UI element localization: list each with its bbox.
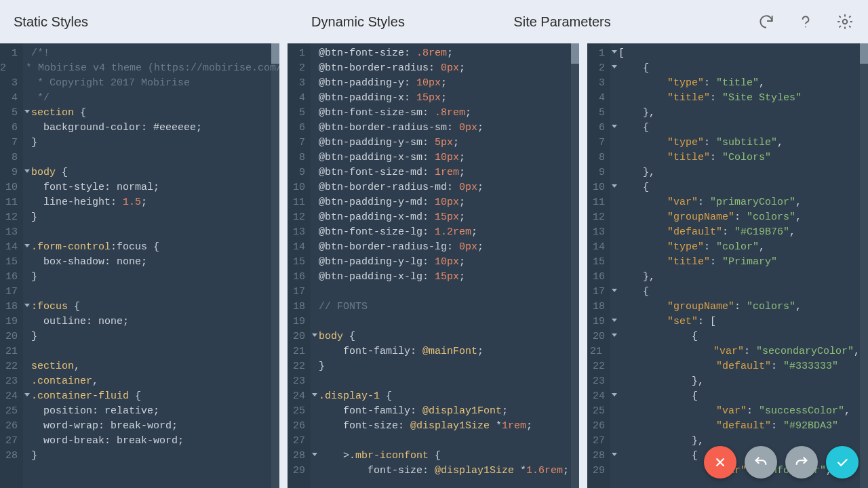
code-line[interactable]: 11 line-height: 1.5; bbox=[0, 195, 271, 210]
code-line[interactable]: 1[ bbox=[587, 46, 860, 61]
code-line[interactable]: 25 position: relative; bbox=[0, 404, 271, 419]
cancel-button[interactable] bbox=[704, 446, 736, 479]
code-line[interactable]: 13 bbox=[0, 225, 271, 240]
top-icons bbox=[743, 12, 854, 31]
code-line[interactable]: 22section, bbox=[0, 359, 271, 374]
code-line[interactable]: 28 >.mbr-iconfont { bbox=[288, 449, 571, 464]
code-line[interactable]: 23.container, bbox=[0, 374, 271, 389]
code-line[interactable]: 11 "var": "primaryColor", bbox=[587, 195, 860, 210]
scrollbar[interactable] bbox=[860, 43, 868, 488]
code-line[interactable]: 21 "var": "secondaryColor", bbox=[587, 344, 860, 359]
code-line[interactable]: 17 bbox=[288, 285, 571, 300]
code-line[interactable]: 16} bbox=[0, 270, 271, 285]
code-line[interactable]: 9body { bbox=[0, 165, 271, 180]
pane-dynamic-styles[interactable]: 1@btn-font-size: .8rem;2@btn-border-radi… bbox=[288, 43, 579, 488]
code-line[interactable]: 4@btn-padding-x: 15px; bbox=[288, 91, 571, 106]
code-line[interactable]: 17 { bbox=[587, 285, 860, 300]
code-line[interactable]: 10@btn-border-radius-md: 0px; bbox=[288, 180, 571, 195]
code-line[interactable]: 14@btn-border-radius-lg: 0px; bbox=[288, 240, 571, 255]
code-line[interactable]: 16 }, bbox=[587, 270, 860, 285]
reload-icon[interactable] bbox=[757, 12, 776, 31]
help-icon[interactable] bbox=[796, 12, 815, 31]
code-line[interactable]: 20} bbox=[0, 329, 271, 344]
code-line[interactable]: 9 }, bbox=[587, 165, 860, 180]
code-line[interactable]: 5section { bbox=[0, 106, 271, 121]
code-line[interactable]: 18 "groupName": "colors", bbox=[587, 300, 860, 314]
code-line[interactable]: 29 font-size: @display1Size *1.6rem; bbox=[288, 464, 571, 479]
code-line[interactable]: 3@btn-padding-y: 10px; bbox=[288, 76, 571, 91]
code-line[interactable]: 5 }, bbox=[587, 106, 860, 121]
tab-dynamic-styles[interactable]: Dynamic Styles bbox=[243, 14, 473, 30]
code-line[interactable]: 12 "groupName": "colors", bbox=[587, 210, 860, 225]
code-line[interactable]: 27 word-break: break-word; bbox=[0, 434, 271, 449]
code-line[interactable]: 4 */ bbox=[0, 91, 271, 106]
code-line[interactable]: 21 bbox=[0, 344, 271, 359]
code-line[interactable]: 28} bbox=[0, 449, 271, 464]
code-line[interactable]: 22 "default": "#333333" bbox=[587, 359, 860, 374]
code-line[interactable]: 16@btn-padding-x-lg: 15px; bbox=[288, 270, 571, 285]
code-line[interactable]: 18// FONTS bbox=[288, 300, 571, 314]
code-line[interactable]: 18:focus { bbox=[0, 300, 271, 314]
code-line[interactable]: 12@btn-padding-x-md: 15px; bbox=[288, 210, 571, 225]
code-line[interactable]: 10 { bbox=[587, 180, 860, 195]
code-line[interactable]: 7} bbox=[0, 136, 271, 150]
code-line[interactable]: 24.display-1 { bbox=[288, 389, 571, 404]
pane-site-parameters[interactable]: 1[2 {3 "type": "title",4 "title": "Site … bbox=[587, 43, 868, 488]
code-line[interactable]: 26 font-size: @display1Size *1rem; bbox=[288, 419, 571, 434]
code-line[interactable]: 20 { bbox=[587, 329, 860, 344]
code-line[interactable]: 4 "title": "Site Styles" bbox=[587, 91, 860, 106]
code-line[interactable]: 6 { bbox=[587, 121, 860, 136]
code-line[interactable]: 8 "title": "Colors" bbox=[587, 150, 860, 165]
pane-static-styles[interactable]: 1/*!2 * Mobirise v4 theme (https://mobir… bbox=[0, 43, 279, 488]
scrollbar[interactable] bbox=[571, 43, 579, 488]
accept-button[interactable] bbox=[826, 446, 859, 479]
code-line[interactable]: 26 "default": "#92BDA3" bbox=[587, 419, 860, 434]
code-line[interactable]: 20body { bbox=[288, 329, 571, 344]
code-line[interactable]: 12} bbox=[0, 210, 271, 225]
redo-button[interactable] bbox=[785, 446, 818, 479]
code-line[interactable]: 19 "set": [ bbox=[587, 314, 860, 329]
code-line[interactable]: 19 bbox=[288, 314, 571, 329]
code-line[interactable]: 1/*! bbox=[0, 46, 271, 61]
code-line[interactable]: 15 "title": "Primary" bbox=[587, 255, 860, 270]
code-line[interactable]: 24.container-fluid { bbox=[0, 389, 271, 404]
code-line[interactable]: 26 word-wrap: break-word; bbox=[0, 419, 271, 434]
code-line[interactable]: 10 font-style: normal; bbox=[0, 180, 271, 195]
code-line[interactable]: 24 { bbox=[587, 389, 860, 404]
code-line[interactable]: 3 "type": "title", bbox=[587, 76, 860, 91]
code-line[interactable]: 14 "type": "color", bbox=[587, 240, 860, 255]
tab-static-styles[interactable]: Static Styles bbox=[14, 14, 243, 30]
code-line[interactable]: 15@btn-padding-y-lg: 10px; bbox=[288, 255, 571, 270]
code-line[interactable]: 6 background-color: #eeeeee; bbox=[0, 121, 271, 136]
gear-icon[interactable] bbox=[835, 12, 854, 31]
code-line[interactable]: 25 font-family: @display1Font; bbox=[288, 404, 571, 419]
code-line[interactable]: 22} bbox=[288, 359, 571, 374]
code-line[interactable]: 23 }, bbox=[587, 374, 860, 389]
code-line[interactable]: 27 bbox=[288, 434, 571, 449]
code-line[interactable]: 13 "default": "#C19B76", bbox=[587, 225, 860, 240]
undo-button[interactable] bbox=[745, 446, 777, 479]
code-line[interactable]: 5@btn-font-size-sm: .8rem; bbox=[288, 106, 571, 121]
code-line[interactable]: 2 { bbox=[587, 61, 860, 76]
code-line[interactable]: 23 bbox=[288, 374, 571, 389]
code-line[interactable]: 3 * Copyright 2017 Mobirise bbox=[0, 76, 271, 91]
scrollbar[interactable] bbox=[271, 43, 279, 488]
code-line[interactable]: 13@btn-font-size-lg: 1.2rem; bbox=[288, 225, 571, 240]
code-line[interactable]: 11@btn-padding-y-md: 10px; bbox=[288, 195, 571, 210]
code-line[interactable]: 17 bbox=[0, 285, 271, 300]
code-line[interactable]: 2 * Mobirise v4 theme (https://mobirise.… bbox=[0, 61, 271, 76]
code-line[interactable]: 19 outline: none; bbox=[0, 314, 271, 329]
code-line[interactable]: 8@btn-padding-x-sm: 10px; bbox=[288, 150, 571, 165]
code-line[interactable]: 15 box-shadow: none; bbox=[0, 255, 271, 270]
code-line[interactable]: 6@btn-border-radius-sm: 0px; bbox=[288, 121, 571, 136]
code-line[interactable]: 2@btn-border-radius: 0px; bbox=[288, 61, 571, 76]
code-line[interactable]: 8 bbox=[0, 150, 271, 165]
code-line[interactable]: 21 font-family: @mainFont; bbox=[288, 344, 571, 359]
code-line[interactable]: 7@btn-padding-y-sm: 5px; bbox=[288, 136, 571, 150]
code-line[interactable]: 7 "type": "subtitle", bbox=[587, 136, 860, 150]
tab-site-parameters[interactable]: Site Parameters bbox=[473, 14, 743, 30]
code-line[interactable]: 14.form-control:focus { bbox=[0, 240, 271, 255]
code-line[interactable]: 1@btn-font-size: .8rem; bbox=[288, 46, 571, 61]
code-line[interactable]: 9@btn-font-size-md: 1rem; bbox=[288, 165, 571, 180]
code-line[interactable]: 25 "var": "successColor", bbox=[587, 404, 860, 419]
